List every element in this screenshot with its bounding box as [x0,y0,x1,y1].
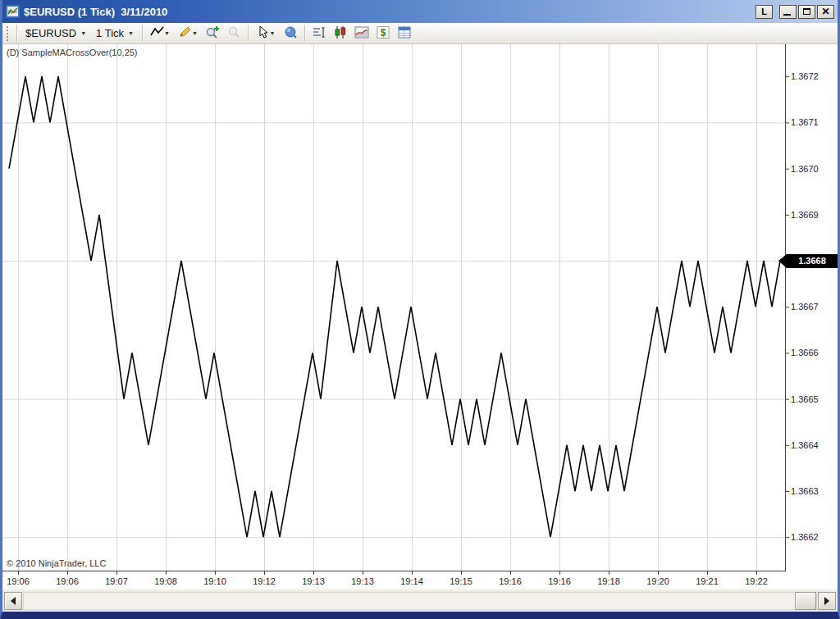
y-tick-label: 1.3666 [791,347,837,358]
y-tick-label: 1.3667 [791,301,837,312]
current-price-value: 1.3668 [798,256,826,266]
close-button[interactable]: ✕ [817,5,834,19]
x-tick-label: 19:21 [692,576,722,586]
chart-window: $EURUSD (1 Tick) 3/11/2010 L ✕ $EURUSD ▼… [0,0,840,619]
price-marker-arrow-icon [778,254,787,268]
x-tick-label: 19:22 [742,576,771,586]
maximize-icon [803,8,810,15]
chart-app-icon [6,5,20,18]
separator [304,25,305,42]
interval-selector[interactable]: 1 Tick ▼ [91,25,139,41]
toolbar-grip[interactable] [7,26,10,41]
chevron-down-icon: ▼ [164,30,170,36]
arrow-left-icon [11,597,16,605]
price-plot [2,44,838,576]
horizontal-scrollbar [2,589,838,612]
x-tick-label: 19:08 [151,576,180,586]
x-tick-label: 19:06 [52,576,82,586]
separator [248,25,249,42]
chart-panel-icon [354,25,369,42]
data-box-button[interactable] [281,25,300,43]
svg-text:$: $ [381,26,386,38]
zoom-in-button[interactable] [203,25,222,43]
scroll-right-button[interactable] [818,592,836,610]
candlestick-icon [333,25,348,42]
dollar-icon: $ [376,25,390,42]
maximize-button[interactable] [798,5,815,19]
instrument-selector[interactable]: $EURUSD ▼ [21,25,91,41]
x-tick-label: 19:16 [495,576,525,586]
y-tick-label: 1.3665 [791,394,837,405]
bar-spacing-button[interactable] [309,25,329,43]
time-axis[interactable]: 19:0619:0619:0719:0819:1019:1219:1319:13… [2,576,838,589]
window-title: $EURUSD (1 Tick) 3/11/2010 [24,6,756,18]
minimize-button[interactable] [779,5,797,19]
x-tick-label: 19:13 [299,576,328,586]
x-tick-label: 19:07 [102,576,131,586]
y-tick-label: 1.3671 [791,116,837,128]
bar-spacing-icon [312,25,326,42]
interval-label: 1 Tick [96,27,124,39]
x-tick-label: 19:12 [249,576,279,586]
scrollbar-track[interactable] [23,592,817,610]
x-tick-label: 19:20 [643,576,673,586]
y-tick-label: 1.3669 [791,209,837,221]
arrow-right-icon [824,597,829,605]
zoom-out-button[interactable] [224,25,244,43]
dollar-button[interactable]: $ [373,25,393,43]
cursor-arrow-icon [257,25,270,41]
minimize-icon [783,14,791,16]
chart-style-button[interactable]: ▼ [147,25,173,43]
separator [16,25,17,42]
scrollbar-thumb[interactable] [795,592,816,610]
properties-grid-icon [397,25,412,42]
toolbar: $EURUSD ▼ 1 Tick ▼ ▼ ▼ ▼ [2,23,838,44]
copyright-text: © 2010 NinjaTrader, LLC [7,558,106,568]
separator [142,25,143,42]
data-box-icon [283,25,298,42]
x-tick-label: 19:10 [200,576,230,586]
close-icon: ✕ [821,7,829,16]
x-tick-label: 19:16 [545,576,574,586]
chevron-down-icon: ▼ [192,30,198,36]
y-tick-label: 1.3672 [791,71,837,82]
zoom-in-icon [205,25,220,42]
candlestick-chart-button[interactable] [331,25,350,43]
chevron-down-icon: ▼ [80,30,86,36]
y-tick-label: 1.3662 [791,531,837,543]
scroll-left-button[interactable] [4,592,22,610]
drawing-tools-button[interactable]: ▼ [175,25,201,43]
line-chart-icon [150,25,164,41]
x-tick-label: 19:13 [348,576,377,586]
zoom-out-icon [226,25,241,42]
y-tick-label: 1.3664 [791,439,837,451]
price-line [9,76,780,537]
instrument-label: $EURUSD [25,27,76,39]
y-tick-label: 1.3670 [791,163,837,175]
chevron-down-icon: ▼ [270,30,276,36]
properties-button[interactable] [395,25,414,43]
pointer-button[interactable]: ▼ [253,25,279,43]
chevron-down-icon: ▼ [128,30,134,36]
current-price-marker: 1.3668 [787,254,838,268]
indicator-label: (D) SampleMACrossOver(10,25) [7,48,138,57]
chart-panel-button[interactable] [352,25,372,43]
title-bar[interactable]: $EURUSD (1 Tick) 3/11/2010 L ✕ [2,0,838,23]
x-tick-label: 19:15 [446,576,476,586]
link-button[interactable]: L [756,5,773,19]
chart-area[interactable]: (D) SampleMACrossOver(10,25) © 2010 Ninj… [2,44,838,576]
x-tick-label: 19:06 [3,576,33,586]
x-tick-label: 19:18 [594,576,623,586]
x-tick-label: 19:14 [397,576,427,586]
y-tick-label: 1.3663 [791,485,837,497]
pencil-icon [178,25,192,41]
